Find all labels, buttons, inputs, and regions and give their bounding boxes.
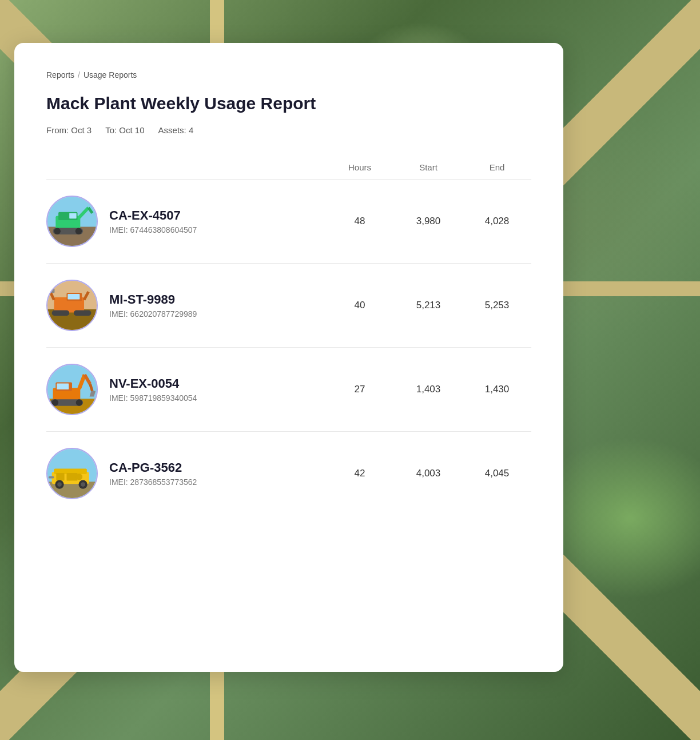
avatar: [46, 448, 98, 499]
svg-point-42: [81, 482, 85, 487]
asset-text: CA-EX-4507 IMEI: 674463808604507: [109, 208, 197, 234]
asset-imei: IMEI: 598719859340054: [109, 393, 197, 403]
report-card: Reports / Usage Reports Mack Plant Weekl…: [14, 43, 563, 672]
svg-rect-24: [57, 383, 69, 389]
svg-point-31: [76, 399, 82, 405]
svg-point-8: [54, 228, 60, 234]
asset-start: 1,403: [394, 384, 463, 395]
asset-end: 5,253: [463, 300, 531, 311]
report-meta: From: Oct 3 To: Oct 10 Assets: 4: [46, 125, 531, 135]
asset-start: 5,213: [394, 300, 463, 311]
svg-rect-4: [69, 213, 76, 219]
asset-hours: 48: [325, 216, 394, 227]
svg-rect-33: [47, 482, 97, 498]
asset-name: MI-ST-9989: [109, 292, 197, 307]
asset-hours: 42: [325, 468, 394, 479]
asset-name: CA-PG-3562: [109, 460, 197, 475]
avatar: [46, 280, 98, 331]
col-hours: Hours: [325, 162, 394, 172]
breadcrumb-reports[interactable]: Reports: [46, 70, 74, 79]
asset-start: 3,980: [394, 216, 463, 227]
avatar: [46, 364, 98, 415]
svg-rect-19: [74, 311, 92, 316]
svg-point-30: [52, 399, 58, 405]
col-start: Start: [394, 162, 463, 172]
asset-imei: IMEI: 287368553773562: [109, 478, 197, 487]
svg-point-38: [76, 474, 82, 480]
asset-name: NV-EX-0054: [109, 376, 197, 391]
asset-imei: IMEI: 674463808604507: [109, 225, 197, 234]
breadcrumb: Reports / Usage Reports: [46, 70, 531, 79]
asset-info: NV-EX-0054 IMEI: 598719859340054: [46, 364, 325, 415]
asset-end: 4,045: [463, 468, 531, 479]
breadcrumb-usage-reports: Usage Reports: [83, 70, 137, 79]
asset-info: CA-EX-4507 IMEI: 674463808604507: [46, 196, 325, 247]
svg-rect-43: [49, 476, 54, 479]
asset-end: 1,430: [463, 384, 531, 395]
svg-rect-17: [49, 288, 55, 293]
meta-from: From: Oct 3: [46, 125, 92, 135]
asset-text: NV-EX-0054 IMEI: 598719859340054: [109, 376, 197, 403]
table-row[interactable]: CA-EX-4507 IMEI: 674463808604507 48 3,98…: [46, 180, 531, 264]
asset-hours: 40: [325, 300, 394, 311]
avatar: [46, 196, 98, 247]
table-header: Hours Start End: [46, 156, 531, 180]
breadcrumb-sep: /: [78, 70, 80, 79]
col-end: End: [463, 162, 531, 172]
asset-imei: IMEI: 662020787729989: [109, 309, 197, 319]
asset-start: 4,003: [394, 468, 463, 479]
asset-text: CA-PG-3562 IMEI: 287368553773562: [109, 460, 197, 487]
asset-hours: 27: [325, 384, 394, 395]
svg-rect-36: [56, 473, 64, 480]
asset-end: 4,028: [463, 216, 531, 227]
asset-text: MI-ST-9989 IMEI: 662020787729989: [109, 292, 197, 319]
asset-info: MI-ST-9989 IMEI: 662020787729989: [46, 280, 325, 331]
svg-point-40: [57, 482, 62, 487]
page-title: Mack Plant Weekly Usage Report: [46, 93, 531, 114]
svg-rect-14: [67, 294, 79, 300]
meta-to: To: Oct 10: [105, 125, 144, 135]
table-row[interactable]: MI-ST-9989 IMEI: 662020787729989 40 5,21…: [46, 264, 531, 348]
svg-point-9: [75, 228, 82, 234]
svg-rect-18: [52, 311, 70, 316]
col-asset: [46, 162, 325, 172]
meta-assets: Assets: 4: [158, 125, 194, 135]
table-row[interactable]: CA-PG-3562 IMEI: 287368553773562 42 4,00…: [46, 432, 531, 515]
asset-name: CA-EX-4507: [109, 208, 197, 223]
table-row[interactable]: NV-EX-0054 IMEI: 598719859340054 27 1,40…: [46, 348, 531, 432]
asset-info: CA-PG-3562 IMEI: 287368553773562: [46, 448, 325, 499]
